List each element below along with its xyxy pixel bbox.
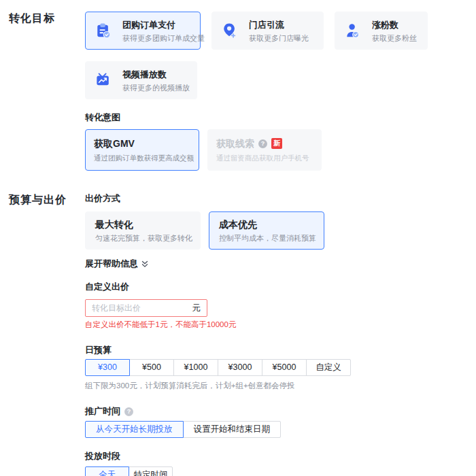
- slot-option-all-day[interactable]: 全天: [85, 466, 129, 476]
- custom-bid-label: 自定义出价: [85, 282, 476, 292]
- promotion-time-label: 推广时间 ?: [85, 406, 476, 417]
- time-slot-options: 全天 特定时间: [85, 466, 476, 476]
- promotion-time-label-text: 推广时间: [85, 406, 120, 417]
- bid-mode-subtitle: 匀速花完预算，获取更多转化: [95, 233, 190, 243]
- goal-card-list: 团购订单支付 获得更多团购订单成交量 门店引流 获取更多门店: [85, 12, 456, 99]
- promo-option-date-range[interactable]: 设置开始和结束日期: [183, 421, 282, 438]
- video-play-icon: [96, 72, 111, 88]
- budget-option-5000[interactable]: ¥5000: [262, 359, 307, 376]
- conversion-goal-section-label: 转化目标: [0, 12, 85, 171]
- store-pin-icon: [222, 22, 237, 39]
- goal-card-groupbuy-order[interactable]: 团购订单支付 获得更多团购订单成交量: [85, 12, 201, 50]
- daily-budget-options: ¥300 ¥500 ¥1000 ¥3000 ¥5000 自定义: [85, 359, 476, 376]
- currency-unit-label: 元: [192, 303, 207, 314]
- conversion-intent-label: 转化意图: [85, 112, 476, 123]
- goal-card-followers[interactable]: 涨粉数 获取更多粉丝: [335, 12, 428, 50]
- expand-help-label: 展开帮助信息: [85, 258, 138, 270]
- new-badge: 新: [271, 138, 282, 149]
- bid-mode-label: 出价方式: [85, 193, 476, 204]
- intent-card-title: 获取线索: [216, 137, 254, 150]
- bid-mode-title: 最大转化: [95, 219, 190, 231]
- daily-budget-label: 日预算: [85, 345, 476, 356]
- budget-option-1000[interactable]: ¥1000: [173, 359, 218, 376]
- custom-bid-error: 自定义出价不能低于1元，不能高于10000元: [85, 320, 476, 330]
- bid-mode-subtitle: 控制平均成本，尽量消耗预算: [219, 233, 314, 243]
- custom-bid-input-wrap: 元: [85, 299, 207, 317]
- bid-mode-card-cost-priority[interactable]: 成本优先 控制平均成本，尽量消耗预算: [209, 211, 324, 250]
- intent-card-title: 获取GMV: [94, 137, 190, 150]
- intent-card-subtitle: 通过留资商品获取用户手机号: [216, 154, 313, 163]
- budget-option-300[interactable]: ¥300: [85, 359, 130, 376]
- bid-mode-card-list: 最大转化 匀速花完预算，获取更多转化 成本优先 控制平均成本，尽量消耗预算: [85, 211, 476, 250]
- follower-icon: [345, 22, 360, 39]
- bid-mode-title: 成本优先: [219, 219, 314, 231]
- goal-card-title: 视频播放数: [122, 69, 190, 80]
- goal-card-video-plays[interactable]: 视频播放数 获得更多的视频播放: [85, 61, 197, 99]
- groupbuy-order-icon: [96, 22, 111, 39]
- goal-card-subtitle: 获取更多门店曝光: [249, 33, 309, 43]
- daily-budget-hint: 组下限为300元，计划预算消耗完后，计划+组+创意都会停投: [85, 381, 476, 391]
- custom-bid-input[interactable]: [86, 303, 192, 313]
- budget-bid-section-label: 预算与出价: [0, 193, 85, 476]
- goal-card-store-traffic[interactable]: 门店引流 获取更多门店曝光: [211, 12, 324, 50]
- budget-option-500[interactable]: ¥500: [129, 359, 174, 376]
- intent-card-subtitle: 通过团购订单数获得更高成交额: [94, 154, 190, 163]
- conversion-goal-section: 转化目标 团购订单支付: [0, 12, 476, 171]
- slot-option-specific-time[interactable]: 特定时间: [129, 466, 173, 476]
- time-slot-label: 投放时段: [85, 451, 476, 462]
- goal-card-title: 涨粉数: [372, 19, 417, 31]
- goal-card-subtitle: 获得更多团购订单成交量: [122, 33, 205, 43]
- intent-card-leads: 获取线索 ? 新 通过留资商品获取用户手机号: [207, 129, 322, 171]
- goal-card-subtitle: 获取更多粉丝: [372, 33, 417, 43]
- budget-option-custom[interactable]: 自定义: [306, 359, 351, 376]
- goal-card-title: 团购订单支付: [122, 19, 205, 31]
- intent-card-list: 获取GMV 通过团购订单数获得更高成交额 获取线索 ? 新 通过留资商品获取用户…: [85, 129, 476, 171]
- goal-card-subtitle: 获得更多的视频播放: [122, 83, 190, 92]
- promotion-time-options: 从今天开始长期投放 设置开始和结束日期: [85, 421, 476, 438]
- promo-option-longterm[interactable]: 从今天开始长期投放: [85, 421, 184, 438]
- goal-card-title: 门店引流: [249, 19, 309, 31]
- budget-bid-section: 预算与出价 出价方式 最大转化 匀速花完预算，获取更多转化 成本优先 控制平均成…: [0, 193, 476, 476]
- leads-help-icon[interactable]: ?: [258, 139, 267, 148]
- ad-campaign-settings-page: 转化目标 团购订单支付: [0, 12, 476, 476]
- intent-card-gmv[interactable]: 获取GMV 通过团购订单数获得更高成交额: [85, 129, 199, 171]
- bid-mode-card-max-conversion[interactable]: 最大转化 匀速花完预算，获取更多转化: [85, 211, 201, 250]
- budget-option-3000[interactable]: ¥3000: [218, 359, 262, 376]
- expand-help-toggle[interactable]: 展开帮助信息: [85, 258, 148, 270]
- chevron-double-down-icon: [141, 260, 148, 268]
- promotion-time-help-icon[interactable]: ?: [124, 407, 133, 416]
